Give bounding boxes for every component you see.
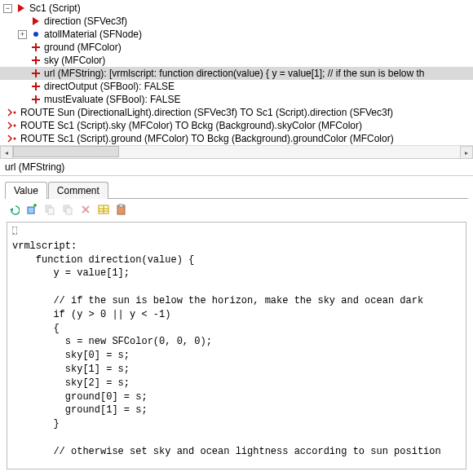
tree-label: sky (MFColor) — [44, 55, 105, 66]
sfbool-icon — [30, 94, 42, 105]
tree-node-url[interactable]: url (MFString): [vrmlscript: function di… — [0, 67, 473, 80]
route-icon — [7, 133, 18, 144]
delete-icon[interactable] — [78, 202, 93, 217]
expander-plus-icon[interactable]: + — [18, 30, 27, 39]
tree-label: ROUTE Sun (DirectionalLight).direction (… — [20, 107, 393, 118]
tree-node-mustevaluate[interactable]: mustEvaluate (SFBool): FALSE — [0, 93, 473, 106]
tree-pane: − Sc1 (Script) direction (SFVec3f) + ato… — [0, 0, 473, 159]
tree-label: ground (MFColor) — [44, 42, 122, 53]
tree-node-route[interactable]: ROUTE Sc1 (Script).ground (MFColor) TO B… — [0, 132, 473, 145]
editor-text: vrmlscript: function direction(value) { … — [12, 240, 441, 457]
svg-rect-12 — [35, 95, 37, 104]
add-icon[interactable] — [24, 202, 39, 217]
route-icon — [7, 120, 18, 131]
scroll-left-button[interactable]: ◂ — [0, 146, 13, 159]
tree-node-route[interactable]: ROUTE Sun (DirectionalLight).direction (… — [0, 106, 473, 119]
node-icon — [30, 29, 42, 40]
tab-value[interactable]: Value — [5, 182, 47, 199]
mfcolor-icon — [30, 42, 42, 53]
svg-marker-0 — [18, 4, 24, 12]
editor-toolbar — [0, 199, 473, 220]
horizontal-scrollbar[interactable]: ◂ ▸ — [0, 145, 473, 158]
sfbool-icon — [30, 81, 42, 92]
tab-comment[interactable]: Comment — [48, 182, 108, 199]
tree-label: Sc1 (Script) — [29, 2, 81, 14]
svg-rect-29 — [119, 205, 123, 207]
tree-node-direction[interactable]: direction (SFVec3f) — [0, 15, 473, 28]
svg-point-2 — [33, 32, 38, 37]
caret-icon — [12, 227, 17, 235]
scroll-track[interactable] — [13, 146, 460, 158]
tree-node-directoutput[interactable]: directOutput (SFBool): FALSE — [0, 80, 473, 93]
scroll-thumb[interactable] — [13, 146, 119, 157]
svg-point-15 — [14, 138, 16, 140]
tree-label: ROUTE Sc1 (Script).sky (MFColor) TO Bckg… — [20, 120, 362, 131]
field-header: url (MFString) — [0, 159, 473, 176]
mfstring-icon — [30, 68, 42, 79]
svg-point-13 — [14, 112, 16, 114]
tab-bar: Value Comment — [0, 176, 473, 198]
tree[interactable]: − Sc1 (Script) direction (SFVec3f) + ato… — [0, 0, 473, 147]
svg-rect-23 — [66, 208, 72, 214]
script-icon — [15, 2, 27, 14]
svg-rect-8 — [35, 69, 37, 77]
tree-label: url (MFString): [vrmlscript: function di… — [44, 68, 425, 79]
svg-rect-6 — [35, 56, 37, 64]
tree-label: ROUTE Sc1 (Script).ground (MFColor) TO B… — [20, 133, 394, 144]
svg-rect-4 — [35, 43, 37, 51]
tree-node-atollmaterial[interactable]: + atollMaterial (SFNode) — [0, 28, 473, 41]
paste-icon[interactable] — [114, 202, 129, 217]
tree-label: direction (SFVec3f) — [44, 15, 127, 27]
tree-node-root[interactable]: − Sc1 (Script) — [0, 2, 473, 15]
svg-marker-1 — [33, 17, 39, 25]
expander-minus-icon[interactable]: − — [3, 4, 12, 13]
script-editor[interactable]: vrmlscript: function direction(value) { … — [7, 222, 466, 469]
copy2-icon[interactable] — [60, 202, 75, 217]
scroll-right-button[interactable]: ▸ — [460, 146, 473, 159]
tree-node-sky[interactable]: sky (MFColor) — [0, 54, 473, 67]
tree-node-ground[interactable]: ground (MFColor) — [0, 41, 473, 54]
svg-point-14 — [14, 125, 16, 127]
route-icon — [7, 107, 18, 118]
field-icon — [30, 15, 42, 27]
svg-rect-17 — [28, 207, 34, 214]
tree-label: atollMaterial (SFNode) — [44, 29, 142, 40]
svg-rect-21 — [48, 208, 54, 214]
copy-icon[interactable] — [42, 202, 57, 217]
svg-rect-19 — [34, 204, 36, 207]
table-icon[interactable] — [96, 202, 111, 217]
tree-label: mustEvaluate (SFBool): FALSE — [44, 94, 180, 105]
undo-icon[interactable] — [7, 202, 21, 217]
svg-rect-10 — [35, 82, 37, 90]
mfcolor-icon — [30, 55, 42, 66]
tree-node-route[interactable]: ROUTE Sc1 (Script).sky (MFColor) TO Bckg… — [0, 119, 473, 132]
tree-label: directOutput (SFBool): FALSE — [44, 81, 175, 92]
